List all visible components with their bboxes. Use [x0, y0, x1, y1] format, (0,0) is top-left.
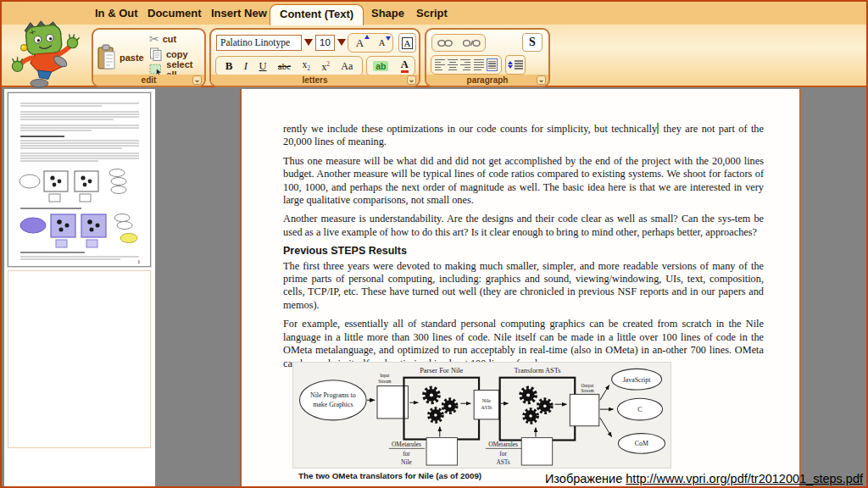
svg-text:Nile: Nile: [401, 458, 412, 466]
strikethrough-button[interactable]: abc: [278, 61, 291, 71]
page-thumbnail-2[interactable]: [8, 270, 151, 448]
ribbon-area: In & Out Document Insert New Content (Te…: [2, 2, 866, 87]
font-scale-buttons: A A: [348, 33, 393, 53]
app-window: In & Out Document Insert New Content (Te…: [0, 0, 868, 488]
tab-shape[interactable]: Shape: [371, 2, 404, 25]
svg-text:OMetarules: OMetarules: [488, 441, 518, 448]
paragraph-group-label: paragraph ⌄: [426, 75, 548, 86]
svg-text:Transform ASTs: Transform ASTs: [514, 367, 560, 374]
svg-text:Stream: Stream: [581, 388, 594, 393]
link-icon[interactable]: [437, 39, 453, 47]
svg-text:CoM: CoM: [635, 440, 648, 447]
align-left-icon[interactable]: [435, 59, 445, 71]
tab-bar: In & Out Document Insert New Content (Te…: [2, 2, 866, 25]
italic-button[interactable]: I: [244, 59, 248, 73]
document-workspace: 1 rently we include these optimizations …: [2, 89, 866, 486]
text-box-margins-icon[interactable]: [487, 58, 498, 71]
letters-group-chevron-icon[interactable]: ⌄: [407, 75, 416, 85]
paragraph-group-chevron-icon[interactable]: ⌄: [537, 75, 546, 85]
text-format-buttons: B I U abc x2 x2 Aa: [215, 56, 363, 76]
tab-document[interactable]: Document: [147, 2, 202, 25]
subscript-button[interactable]: x2: [303, 59, 311, 72]
paste-button[interactable]: paste: [97, 39, 149, 76]
spacing-arrows-icon: [508, 61, 513, 69]
unlink-icon[interactable]: [463, 39, 481, 47]
copy-label: copy: [166, 49, 188, 59]
boxed-a-icon: A: [402, 37, 414, 49]
edit-group-chevron-icon[interactable]: ⌄: [192, 75, 202, 85]
shrink-arrow-icon: [386, 36, 391, 41]
change-case-button[interactable]: Aa: [341, 60, 353, 73]
grow-arrow-icon: [364, 35, 370, 39]
underline-button[interactable]: U: [259, 60, 266, 73]
text-cursor: [657, 123, 659, 134]
grow-font-button[interactable]: A: [356, 36, 364, 50]
pages-sidebar: 1: [4, 89, 155, 486]
font-size-input[interactable]: 10: [315, 35, 335, 51]
ometarules-asts-box: [521, 438, 552, 465]
paragraph-3: Another measure is understandability. Ar…: [283, 213, 764, 239]
highlight-color-button[interactable]: ab: [373, 61, 388, 71]
svg-text:OMetarules: OMetarules: [392, 441, 421, 448]
frankenstein-mascot-logo[interactable]: [4, 18, 87, 89]
spacing-lines-icon: [515, 60, 523, 69]
justify-icon[interactable]: [474, 59, 484, 71]
svg-text:Stream: Stream: [378, 379, 392, 384]
attribution: Изображение http://www.vpri.org/pdf/tr20…: [545, 472, 863, 485]
svg-text:for: for: [499, 450, 507, 458]
document-text-column: rently we include these optimizations in…: [283, 123, 764, 376]
output-stream-box: [570, 394, 598, 425]
font-name-input[interactable]: Palatino Linotype: [216, 35, 302, 51]
svg-text:Output: Output: [581, 383, 594, 388]
edit-group-label: edit ⌄: [93, 75, 204, 86]
align-center-icon[interactable]: [448, 59, 458, 71]
tab-insert-new[interactable]: Insert New: [211, 2, 267, 25]
cut-label: cut: [163, 34, 177, 44]
section-heading: Previous STEPS Results: [283, 245, 764, 258]
thumbnail-page-number: 1: [137, 258, 141, 265]
attribution-link[interactable]: http://www.vpri.org/pdf/tr2012001_steps.…: [626, 472, 863, 485]
paragraph-4: The first three years were devoted to ma…: [283, 260, 764, 313]
size-dropdown-arrow-icon[interactable]: [337, 39, 346, 46]
mascot-illustration: [4, 18, 87, 89]
page-thumbnail-1[interactable]: 1: [8, 92, 151, 267]
paragraph-style-button[interactable]: S: [522, 33, 542, 52]
cut-button[interactable]: ✂ cut: [149, 31, 204, 47]
attribution-prefix: Изображение: [545, 472, 626, 485]
scissors-icon: ✂: [149, 32, 159, 46]
transform-gears-icon: [520, 388, 552, 424]
ometarules-nile-box: [426, 438, 457, 465]
link-buttons: [431, 34, 486, 52]
bold-button[interactable]: B: [225, 59, 233, 73]
shrink-font-button[interactable]: A: [379, 38, 386, 47]
parser-gears-icon: [424, 388, 457, 423]
svg-text:Nile Programs to: Nile Programs to: [310, 391, 356, 399]
font-color-button[interactable]: A: [401, 59, 409, 73]
superscript-button[interactable]: x2: [321, 60, 330, 72]
paste-clipboard-icon: [97, 44, 117, 71]
ribbon-group-paragraph: S paragraph ⌄: [425, 28, 550, 87]
svg-text:Parser For Nile: Parser For Nile: [420, 367, 463, 374]
copy-pages-icon: [149, 47, 163, 61]
tab-script[interactable]: Script: [416, 2, 448, 25]
svg-text:Input: Input: [380, 373, 390, 378]
svg-text:ASTs: ASTs: [481, 405, 492, 410]
align-right-icon[interactable]: [460, 59, 470, 71]
figure-caption: The two OMeta translators for Nile (as o…: [298, 471, 481, 480]
line-spacing-button[interactable]: [505, 55, 526, 75]
svg-text:Nile: Nile: [482, 398, 492, 403]
tab-in-and-out[interactable]: In & Out: [95, 2, 138, 25]
svg-text:ASTs: ASTs: [496, 458, 509, 466]
svg-text:C: C: [637, 406, 642, 413]
paragraph-2: Thus one measure will be what did and di…: [283, 155, 764, 208]
paragraph-1: rently we include these optimizations in…: [283, 123, 764, 149]
figure-ometa-diagram: Nile Programs to make Graphics Input Str…: [292, 362, 671, 469]
document-page[interactable]: rently we include these optimizations in…: [240, 89, 801, 486]
edit-buttons-column: ✂ cut copy select all: [149, 31, 204, 77]
color-buttons: ab A: [366, 56, 415, 76]
letters-group-label: letters ⌄: [211, 75, 419, 86]
character-style-button[interactable]: A: [398, 33, 416, 53]
svg-text:make Graphics: make Graphics: [313, 401, 353, 408]
font-dropdown-arrow-icon[interactable]: [304, 39, 313, 46]
tab-content-text[interactable]: Content (Text): [270, 4, 364, 25]
